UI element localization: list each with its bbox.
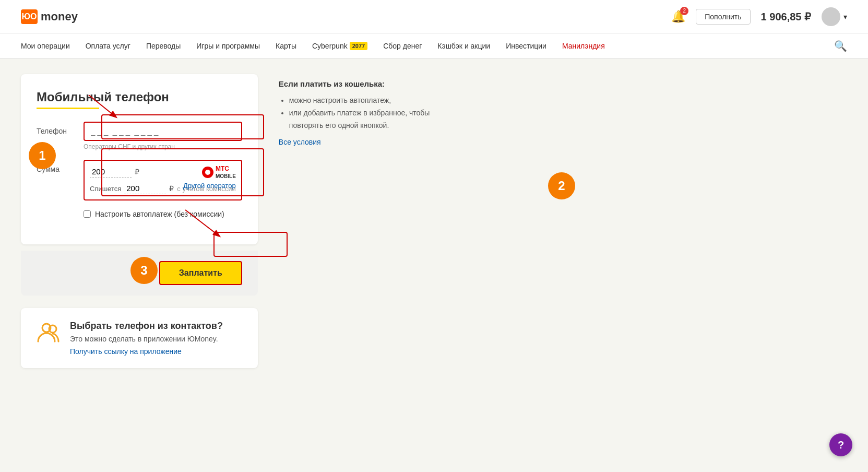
annotation-2: 2 (548, 172, 575, 199)
contacts-link[interactable]: Получить ссылку на приложение (70, 347, 182, 356)
nav-item-cashback[interactable]: Кэшбэк и акции (437, 34, 490, 57)
sum-row: Сумма ₽ Спишется ₽ с учетом комис (37, 160, 242, 200)
deduct-currency: ₽ (169, 184, 174, 193)
contacts-title: Выбрать телефон из контактов? (70, 321, 223, 332)
phone-label: Телефон (37, 122, 84, 135)
contacts-icon (37, 321, 62, 350)
phone-hint: Операторы СНГ и других стран (84, 143, 242, 150)
nav-item-transfers[interactable]: Переводы (146, 34, 181, 57)
form-title-underline (37, 108, 99, 109)
contacts-card: Выбрать телефон из контактов? Это можно … (21, 308, 258, 368)
nav-item-games[interactable]: Игры и программы (196, 34, 260, 57)
info-list: можно настроить автоплатеж, или добавить… (279, 95, 435, 132)
help-button[interactable]: ? (829, 433, 852, 456)
nav-item-cards[interactable]: Карты (276, 34, 296, 57)
deduct-input[interactable] (124, 183, 166, 194)
bell-icon[interactable]: 🔔 2 (671, 10, 685, 23)
form-card: Мобильный телефон Телефон Операторы СНГ … (21, 74, 258, 244)
logo-text: money (41, 10, 78, 23)
nav-item-cyberpunk[interactable]: Cyberpunk 2077 (312, 34, 367, 57)
search-icon[interactable]: 🔍 (834, 40, 847, 52)
logo-icon: ЮО (21, 9, 38, 24)
sum-currency: ₽ (135, 168, 139, 176)
nav-item-manilandia[interactable]: Манилэндия (562, 34, 605, 57)
nav-item-investments[interactable]: Инвестиции (506, 34, 546, 57)
contacts-text: Выбрать телефон из контактов? Это можно … (70, 321, 223, 356)
autoplay-label: Настроить автоплатеж (без комиссии) (95, 210, 224, 218)
cyberpunk-label: Cyberpunk (312, 42, 348, 50)
content-area: 1 2 3 (0, 58, 868, 384)
info-item-1: можно настроить автоплатеж, (289, 95, 435, 107)
avatar (822, 7, 840, 26)
cyberpunk-badge: 2077 (350, 42, 367, 50)
phone-input[interactable] (91, 127, 235, 136)
deduct-label: Спишется (90, 185, 121, 193)
balance-display: 1 906,85 ₽ (761, 10, 811, 23)
phone-field: Операторы СНГ и других стран (84, 122, 242, 150)
avatar-area[interactable]: ▾ (822, 7, 847, 26)
mts-egg-icon (202, 167, 213, 178)
bell-badge: 2 (680, 7, 688, 15)
other-operator-link[interactable]: Другой оператор (183, 182, 236, 190)
logo[interactable]: ЮО money (21, 9, 78, 24)
info-sidebar: Если платить из кошелька: можно настроит… (279, 74, 435, 368)
info-link[interactable]: Все условия (279, 138, 321, 146)
autoplay-row: Настроить автоплатеж (без комиссии) (84, 210, 242, 218)
info-title: Если платить из кошелька: (279, 79, 435, 88)
left-column: Мобильный телефон Телефон Операторы СНГ … (21, 74, 258, 368)
nav-item-collect[interactable]: Сбор денег (383, 34, 422, 57)
annotation-3: 3 (130, 257, 158, 284)
annotation-1: 1 (29, 142, 56, 169)
replenish-button[interactable]: Пополнить (696, 9, 750, 25)
sum-input[interactable] (90, 166, 132, 178)
mts-logo: МТСMOBILE (202, 165, 236, 180)
phone-input-wrapper (84, 122, 242, 141)
mts-label: МТСMOBILE (216, 165, 236, 180)
autoplay-checkbox[interactable] (84, 210, 91, 218)
nav-item-operations[interactable]: Мои операции (21, 34, 70, 57)
operator-block: МТСMOBILE Другой оператор (183, 165, 236, 190)
main-nav: Мои операции Оплата услуг Переводы Игры … (0, 33, 868, 58)
header-right: 🔔 2 Пополнить 1 906,85 ₽ ▾ (671, 7, 847, 26)
sum-block: ₽ Спишется ₽ с учетом комиссии (84, 160, 242, 200)
form-title: Мобильный телефон (37, 90, 242, 104)
nav-item-services[interactable]: Оплата услуг (86, 34, 130, 57)
pay-button[interactable]: Заплатить (159, 261, 242, 285)
phone-row: Телефон Операторы СНГ и других стран (37, 122, 242, 150)
sum-field: ₽ Спишется ₽ с учетом комиссии (84, 160, 242, 200)
avatar-chevron[interactable]: ▾ (843, 13, 847, 21)
info-item-2: или добавить платеж в избранное, чтобы п… (289, 107, 435, 132)
contacts-desc: Это можно сделать в приложении ЮMoney. (70, 335, 223, 343)
